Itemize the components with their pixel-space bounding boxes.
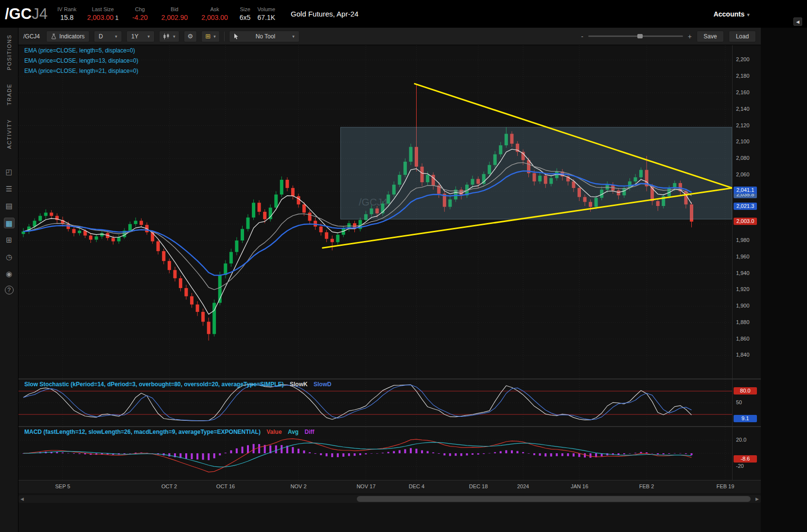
sidebar-icon-stack: ◰☰▤▦⊞◷◉? — [4, 167, 15, 294]
macd-value-legend: Value — [266, 429, 281, 435]
quote-header: /GCJ4 IV Rank 15.8 Last Size 2,003.001 C… — [0, 0, 807, 28]
monitor-chart-icon[interactable]: ◰ — [4, 167, 15, 177]
price-axis-label: 2,060 — [736, 172, 750, 177]
contract-description: Gold Futures, Apr-24 — [291, 10, 358, 18]
ema5-label[interactable]: EMA (price=CLOSE, length=5, displace=0) — [24, 47, 138, 54]
macd-axis[interactable]: 20.0-8.6-20 — [732, 427, 761, 480]
time-axis-label: DEC 4 — [401, 483, 432, 489]
price-axis-label: 1,940 — [736, 270, 750, 276]
chevron-down-icon: ▾ — [173, 34, 175, 39]
sidebar-tab-trade[interactable]: TRADE — [6, 77, 12, 112]
toolbar-symbol-label: /GCJ4 — [23, 33, 40, 40]
macd-pane: MACD (fastLength=12, slowLength=26, macd… — [18, 427, 732, 480]
pointer-icon — [234, 34, 239, 39]
sidebar-tab-positions[interactable]: POSITIONS — [6, 28, 12, 77]
slowk-legend: SlowK — [290, 381, 308, 388]
price-axis[interactable]: 1,8401,8601,8801,9001,9201,9401,9601,980… — [732, 45, 761, 378]
scroll-right-arrow[interactable]: ▶ — [755, 497, 759, 501]
macd-diff-legend: Diff — [305, 429, 315, 435]
macd-axis-label: -20 — [736, 463, 744, 469]
time-axis-label: FEB 19 — [710, 483, 741, 489]
scrollbar-thumb[interactable] — [357, 496, 750, 502]
layout-grid-icon[interactable]: ⊞ — [4, 235, 15, 245]
price-axis-label: 2,160 — [736, 89, 750, 95]
range-dropdown[interactable]: 1Y ▾ — [126, 31, 155, 42]
price-axis-label: 1,920 — [736, 286, 750, 292]
chevron-down-icon: ▾ — [115, 34, 118, 39]
aggregation-dropdown[interactable]: D ▾ — [94, 31, 122, 42]
left-sidebar: POSITIONS TRADE ACTIVITY ◰☰▤▦⊞◷◉? — [0, 28, 18, 532]
stat-ask: Ask 2,003.00 — [201, 6, 228, 21]
price-axis-label: 1,880 — [736, 319, 750, 325]
chart-scrollbar[interactable]: ◀ ▶ — [18, 495, 761, 503]
save-button[interactable]: Save — [697, 31, 724, 42]
chart-layout-dropdown[interactable]: ⊞ ▾ — [201, 31, 219, 42]
macd-avg-legend: Avg — [288, 429, 298, 435]
toolbar-separator — [224, 32, 225, 41]
chart-style-dropdown[interactable]: ▾ — [159, 31, 179, 42]
history-clock-icon[interactable]: ◷ — [4, 252, 15, 262]
gear-icon: ⚙ — [188, 33, 193, 40]
time-axis-label: OCT 2 — [154, 483, 185, 489]
drawing-tool-dropdown[interactable]: No Tool ▾ — [229, 31, 299, 42]
time-axis-label: JAN 16 — [564, 483, 595, 489]
community-icon[interactable]: ◉ — [4, 269, 15, 279]
stat-bid: Bid 2,002.90 — [161, 6, 188, 21]
time-axis-label: NOV 17 — [351, 483, 382, 489]
price-badge: 2,041.1 — [734, 187, 757, 194]
price-axis-label: 2,100 — [736, 138, 750, 144]
slowd-legend: SlowD — [314, 381, 332, 388]
time-axis-label: FEB 2 — [631, 483, 662, 489]
ema21-label[interactable]: EMA (price=CLOSE, length=21, displace=0) — [24, 68, 138, 74]
charts-icon[interactable]: ▦ — [4, 218, 15, 228]
price-chart-canvas[interactable]: /GCJ4 — [18, 45, 732, 378]
indicators-button[interactable]: Indicators — [46, 31, 89, 42]
macd-axis-badge: -8.6 — [734, 455, 757, 463]
zoom-slider-thumb[interactable] — [637, 34, 643, 38]
zoom-in-button[interactable]: + — [688, 33, 692, 40]
macd-axis-label: 20.0 — [736, 437, 746, 443]
price-pane: /GCJ4 EMA (price=CLOSE, length=5, displa… — [18, 45, 732, 378]
symbol-title: /GCJ4 — [0, 5, 57, 23]
time-axis-label: 2024 — [508, 483, 539, 489]
ema13-label[interactable]: EMA (price=CLOSE, length=13, displace=0) — [24, 57, 138, 64]
time-axis-label: OCT 16 — [210, 483, 241, 489]
price-axis-label: 2,080 — [736, 155, 750, 161]
collapse-right-panel-button[interactable]: ◀ — [793, 17, 802, 26]
time-axis-label: DEC 18 — [463, 483, 494, 489]
stat-iv-rank: IV Rank 15.8 — [57, 6, 76, 21]
macd-study-label[interactable]: MACD (fastLength=12, slowLength=26, macd… — [24, 429, 261, 435]
candlestick-style-icon — [163, 34, 170, 39]
study-labels: EMA (price=CLOSE, length=5, displace=0) … — [24, 47, 138, 78]
price-axis-label: 1,900 — [736, 303, 750, 309]
price-badge: 2,021.3 — [734, 203, 757, 210]
scroll-left-arrow[interactable]: ◀ — [20, 497, 24, 501]
accounts-dropdown[interactable]: Accounts▾ — [714, 10, 750, 18]
grid-layout-icon: ⊞ — [205, 33, 211, 40]
symbol-root: /GC — [5, 5, 32, 22]
time-axis-label: SEP 5 — [47, 483, 78, 489]
beaker-icon — [51, 34, 56, 39]
orders-ledger-icon[interactable]: ▤ — [4, 201, 15, 211]
time-axis[interactable]: SEP 5OCT 2OCT 16NOV 2NOV 17DEC 4DEC 1820… — [18, 481, 761, 493]
zoom-out-button[interactable]: - — [581, 33, 583, 40]
price-axis-label: 1,840 — [736, 352, 750, 358]
price-axis-label: 2,120 — [736, 122, 750, 128]
stoch-axis-badge: 80.0 — [734, 387, 757, 395]
chevron-down-icon: ▾ — [747, 12, 750, 17]
chart-toolbar: /GCJ4 Indicators D ▾ 1Y ▾ ▾ ⚙ ⊞ ▾ — [18, 28, 761, 45]
symbol-month-code: J4 — [32, 5, 48, 22]
watchlist-icon[interactable]: ☰ — [4, 184, 15, 194]
load-button[interactable]: Load — [729, 31, 756, 42]
stat-size: Size 6x5 — [240, 6, 251, 21]
stochastic-axis[interactable]: 80.0509.1 — [732, 379, 761, 426]
time-axis-label: NOV 2 — [283, 483, 314, 489]
chart-settings-button[interactable]: ⚙ — [184, 31, 197, 42]
stochastic-study-label[interactable]: Slow Stochastic (kPeriod=14, dPeriod=3, … — [24, 381, 284, 388]
stochastic-label-row: Slow Stochastic (kPeriod=14, dPeriod=3, … — [24, 381, 332, 388]
zoom-slider[interactable] — [588, 35, 683, 37]
sidebar-tab-activity[interactable]: ACTIVITY — [6, 112, 12, 156]
chart-gadget: /GCJ4 Indicators D ▾ 1Y ▾ ▾ ⚙ ⊞ ▾ — [18, 28, 761, 532]
help-icon[interactable]: ? — [5, 286, 14, 294]
price-axis-label: 1,980 — [736, 237, 750, 243]
